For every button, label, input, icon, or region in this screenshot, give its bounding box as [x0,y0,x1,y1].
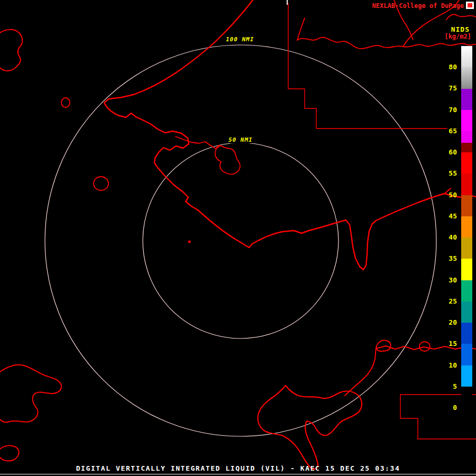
island-bottomleft-path [0,365,61,422]
island-loop-path [376,340,391,351]
boundary-path-top [288,3,447,129]
colorbar-segment [461,323,472,344]
colorbar-tick-label: 60 [448,148,457,157]
island-ring-medium [94,177,108,190]
colorbar-gradient [461,46,472,408]
inlet-island-path [215,145,240,174]
island-dot [188,241,191,243]
island-line-northeast [345,348,376,396]
colorbar-tick-label: 0 [453,404,457,412]
island-bottomleft-small-path [0,445,19,461]
island-ring-east [419,342,430,351]
coastline-path [104,0,476,270]
cod-logo-icon [466,2,474,9]
colorbar-segment [461,216,472,237]
colorbar-segment [461,195,472,216]
colorbar-tick-label: 15 [448,340,457,348]
range-ring-label-50: 50 NMI [227,136,254,143]
colorbar-tick-label: 10 [448,361,457,370]
colorbar-segment [461,143,472,152]
colorbar-segment [461,152,472,173]
colorbar-segment [461,46,472,67]
colorbar-segment [461,387,472,408]
colorbar-tick-label: 80 [448,63,457,71]
colorbar-tick-label: 25 [448,297,457,306]
colorbar-tick-label: 35 [448,254,457,263]
colorbar-tick-label: 20 [448,318,457,327]
colorbar-tick-label: 50 [448,191,457,199]
product-status-line: DIGITAL VERTICALLY INTEGRATED LIQUID (VI… [0,464,476,472]
river-path [446,14,476,20]
range-ring-label-100: 100 NMI [224,36,255,43]
colorbar-segment [461,344,472,365]
colorbar-tick-label: 75 [448,84,457,93]
brand-text: NEXLAB-College of DuPage [372,2,464,10]
colorbar-segment [461,301,472,323]
colorbar-units: [kg/m2] [444,33,471,40]
inlet-path [176,136,219,149]
colorbar-segment [461,67,472,89]
river-path [297,18,305,40]
bottom-island-path [258,386,362,469]
radar-display: 100 NMI 50 NMI NEXLAB-College of DuPage … [0,0,476,476]
colorbar-segment [461,131,472,143]
island-ring-small [61,98,70,107]
colorbar-tick-label: 30 [448,276,457,285]
colorbar-title: NIDS [451,25,470,33]
colorbar-segment [461,173,472,195]
colorbar-segment [461,110,472,131]
colorbar-tick-label: 55 [448,169,457,178]
north-tick [287,0,288,5]
colorbar-tick-label: 45 [448,212,457,221]
colorbar-ticks: 80757065605550454035302520151050 [439,46,457,416]
colorbar-tick-label: 5 [453,382,457,391]
footer-divider [0,474,476,474]
colorbar-segment [461,89,472,110]
island-topleft-path [0,30,22,71]
colorbar-segment [461,259,472,280]
colorbar-tick-label: 70 [448,106,457,114]
colorbar-segment [461,365,472,387]
radar-map [0,0,476,476]
colorbar-segment [461,280,472,301]
colorbar-segment [461,237,472,259]
range-ring-100 [45,45,436,436]
colorbar-tick-label: 65 [448,127,457,135]
range-ring-50 [143,143,338,338]
colorbar-tick-label: 40 [448,233,457,242]
